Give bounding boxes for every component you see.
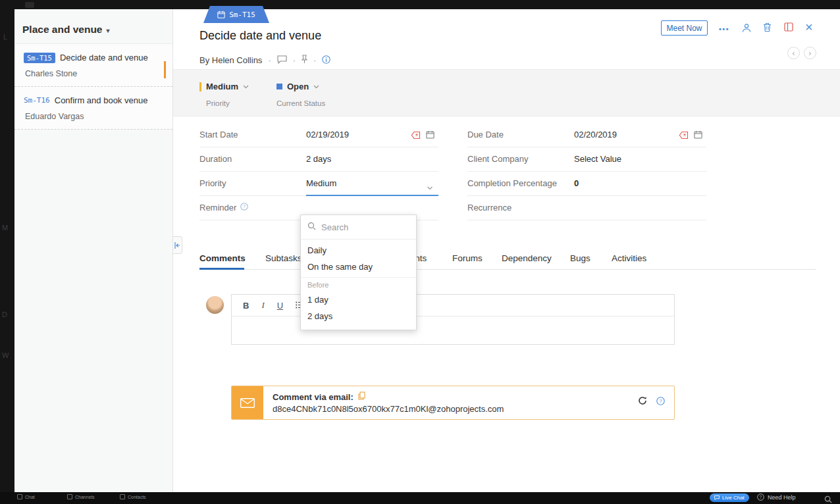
rail-letter: W xyxy=(2,351,9,359)
task-row-selected[interactable]: Sm-T15Decide date and venue Charles Ston… xyxy=(14,44,172,87)
due-date-value[interactable]: 02/20/2019 xyxy=(574,130,617,139)
separator-dot: · xyxy=(313,55,316,65)
clear-date-icon[interactable] xyxy=(411,130,421,141)
calendar-icon[interactable] xyxy=(426,130,434,141)
tab-comments[interactable]: Comments xyxy=(199,253,246,263)
bottom-chat-item[interactable]: Chat xyxy=(17,494,35,499)
live-chat-button[interactable]: Live Chat xyxy=(710,493,749,502)
chevron-left-icon: ‹ xyxy=(792,48,795,58)
search-icon xyxy=(307,221,316,233)
task-tab[interactable]: Sm-T15 xyxy=(203,6,269,23)
client-company-value[interactable]: Select Value xyxy=(574,154,621,164)
email-panel-label: Comment via email: xyxy=(273,392,354,402)
envelope-icon xyxy=(232,386,263,419)
chevron-down-icon xyxy=(313,85,319,89)
priority-label: Priority xyxy=(206,99,230,107)
chat-icon xyxy=(17,494,22,499)
priority-field-value[interactable]: Medium xyxy=(306,178,336,188)
previous-task-button[interactable]: ‹ xyxy=(787,47,800,59)
tab-activities[interactable]: Activities xyxy=(612,253,646,263)
priority-field-label: Priority xyxy=(199,178,226,188)
bottom-channels-item[interactable]: Channels xyxy=(67,494,95,499)
dropdown-option-daily[interactable]: Daily xyxy=(301,242,416,259)
priority-value: Medium xyxy=(206,82,238,91)
help-icon[interactable]: ? xyxy=(240,203,248,213)
tab-subtasks[interactable]: Subtasks xyxy=(265,253,302,263)
collapse-icon xyxy=(174,242,180,249)
completion-label: Completion Percentage xyxy=(467,178,557,188)
collapse-sidebar-handle[interactable] xyxy=(173,236,182,254)
detail-tabs: Comments Subtasks Documents Forums Depen… xyxy=(199,251,816,270)
need-help-button[interactable]: ? Need Help xyxy=(757,493,796,501)
due-date-field: Due Date 02/20/2019 xyxy=(467,123,706,147)
bottom-chat-label: Chat xyxy=(25,495,35,499)
chevron-down-icon[interactable] xyxy=(427,181,433,193)
refresh-icon[interactable] xyxy=(638,396,647,408)
duration-label: Duration xyxy=(199,154,232,164)
calendar-icon xyxy=(217,11,225,18)
bottom-contacts-item[interactable]: Contacts xyxy=(120,494,146,499)
chevron-right-icon: › xyxy=(808,48,811,58)
dropdown-option-1day[interactable]: 1 day xyxy=(301,291,416,308)
more-actions-icon[interactable]: ••• xyxy=(719,25,729,33)
bottom-channels-label: Channels xyxy=(75,495,95,499)
close-icon[interactable]: × xyxy=(805,20,813,35)
search-icon[interactable] xyxy=(824,494,832,504)
meet-now-button[interactable]: Meet Now xyxy=(661,20,708,36)
rail-letter: D xyxy=(2,311,7,318)
dropdown-option-2days[interactable]: 2 days xyxy=(301,308,416,324)
task-row[interactable]: Sm-T16Confirm and book venue Eduardo Var… xyxy=(14,87,172,130)
task-title: Decide date and venue xyxy=(60,53,148,63)
separator-dot: · xyxy=(293,55,296,65)
byline: By Helen Collins · · · xyxy=(199,55,330,66)
dropdown-search-input[interactable] xyxy=(321,222,400,232)
italic-button[interactable]: I xyxy=(261,300,264,311)
tab-forums[interactable]: Forums xyxy=(452,253,483,263)
priority-selector[interactable]: Medium xyxy=(199,82,249,91)
delete-icon[interactable] xyxy=(763,22,772,32)
layout-icon[interactable] xyxy=(784,22,793,32)
svg-text:?: ? xyxy=(760,495,762,499)
tab-dependency[interactable]: Dependency xyxy=(502,253,552,263)
task-id: Sm-T16 xyxy=(24,96,50,105)
current-user-avatar xyxy=(206,296,224,314)
copy-icon[interactable] xyxy=(358,391,365,402)
underline-button[interactable]: U xyxy=(277,301,283,311)
task-tab-label: Sm-T15 xyxy=(229,11,255,19)
comment-bubble-icon[interactable] xyxy=(277,55,287,66)
comment-editor[interactable]: B I U xyxy=(231,294,675,345)
dropdown-option-sameday[interactable]: On the same day xyxy=(301,259,416,275)
dropdown-search xyxy=(301,215,416,239)
status-band: Medium Priority Open Current Status xyxy=(173,69,840,116)
completion-value[interactable]: 0 xyxy=(574,178,579,188)
bottom-contacts-label: Contacts xyxy=(128,495,146,499)
task-title: Confirm and book venue xyxy=(55,95,148,105)
completion-field: Completion Percentage 0 xyxy=(467,172,706,196)
duration-field: Duration 2 days xyxy=(199,147,438,172)
separator-dot: · xyxy=(268,55,271,65)
client-company-field: Client Company Select Value xyxy=(467,147,706,172)
info-icon[interactable] xyxy=(322,55,330,66)
clear-date-icon[interactable] xyxy=(679,130,689,141)
tasklist-title[interactable]: Place and venue▾ xyxy=(22,24,110,36)
calendar-icon[interactable] xyxy=(694,130,702,141)
bold-button[interactable]: B xyxy=(243,301,249,311)
dropdown-group-label: Before xyxy=(301,277,416,291)
duration-value[interactable]: 2 days xyxy=(306,154,331,164)
comment-input-area[interactable] xyxy=(232,316,674,345)
channels-icon xyxy=(67,494,72,499)
recurrence-field: Recurrence xyxy=(467,196,706,220)
bottom-bar: Chat Channels Contacts Live Chat ? Need … xyxy=(0,492,840,504)
start-date-label: Start Date xyxy=(199,130,238,139)
next-task-button[interactable]: › xyxy=(804,47,816,59)
caret-down-icon: ▾ xyxy=(106,27,109,34)
chat-bubble-icon xyxy=(714,495,720,500)
tab-bugs[interactable]: Bugs xyxy=(570,253,591,263)
status-color-square xyxy=(276,84,282,89)
question-icon[interactable]: ? xyxy=(656,396,665,408)
app-screen: L M D W Place and venue▾ Sm-T15Decide da… xyxy=(0,0,840,504)
start-date-value[interactable]: 02/19/2019 xyxy=(306,130,349,139)
status-selector[interactable]: Open xyxy=(276,82,319,91)
assign-user-icon[interactable] xyxy=(741,23,752,33)
pin-icon[interactable] xyxy=(302,55,307,66)
